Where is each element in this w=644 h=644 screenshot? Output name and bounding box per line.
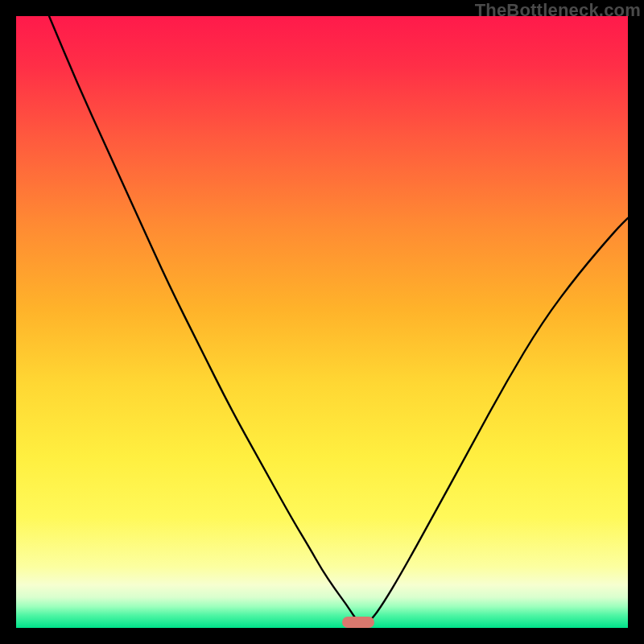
chart-frame: TheBottleneck.com [0,0,644,644]
plot-area [16,16,628,628]
optimum-marker [342,617,374,628]
bottleneck-curve-path [49,16,628,624]
curve-svg [16,16,628,628]
